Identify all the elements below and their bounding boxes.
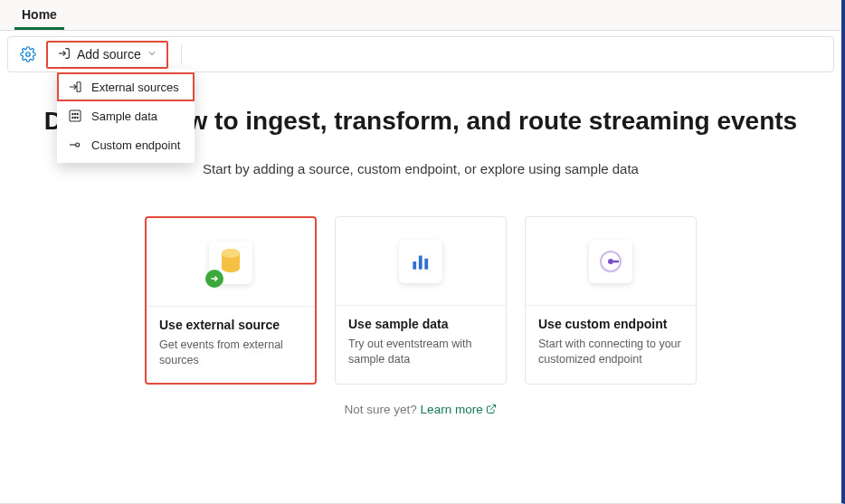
menu-item-external-sources[interactable]: External sources [57,72,195,101]
chevron-down-icon [147,47,157,62]
learn-more-label: Learn more [421,403,483,416]
svg-point-7 [74,117,75,118]
toolbar-divider [181,44,182,64]
footer-help: Not sure yet? Learn more [0,403,841,416]
svg-rect-1 [77,82,81,92]
footer-prompt: Not sure yet? [345,403,421,416]
menu-item-label: Custom endpoint [91,138,180,152]
database-icon [209,241,252,284]
svg-point-8 [77,117,78,118]
svg-point-9 [76,143,80,147]
card-description: Try out eventstream with sample data [348,337,493,367]
svg-point-5 [77,113,78,114]
bar-chart-icon [399,240,442,283]
card-title: Use custom endpoint [538,317,683,331]
card-title: Use sample data [348,317,493,331]
svg-rect-2 [70,110,81,121]
svg-point-6 [72,117,73,118]
add-source-label: Add source [77,47,141,62]
tab-strip: Home [0,0,841,31]
menu-item-sample-data[interactable]: Sample data [57,101,195,130]
svg-rect-14 [424,258,428,269]
card-icon-area [336,217,506,306]
card-description: Start with connecting to your customized… [538,337,683,367]
toolbar: Add source [7,36,834,72]
learn-more-link[interactable]: Learn more [421,403,498,416]
card-icon-area [526,217,696,306]
add-source-button[interactable]: Add source [46,41,168,69]
card-title: Use external source [159,318,302,332]
custom-endpoint-icon [68,138,82,152]
endpoint-icon [589,240,632,283]
svg-point-3 [72,113,73,114]
sample-data-icon [68,109,82,123]
enter-icon [57,46,71,63]
card-row: Use external source Get events from exte… [0,216,841,385]
menu-item-custom-endpoint[interactable]: Custom endpoint [57,130,195,159]
gear-icon[interactable] [17,43,39,65]
card-use-custom-endpoint[interactable]: Use custom endpoint Start with connectin… [525,216,697,385]
arrow-badge-icon [205,270,223,288]
external-link-icon [486,403,497,416]
svg-point-11 [222,249,240,258]
card-use-sample-data[interactable]: Use sample data Try out eventstream with… [335,216,507,385]
svg-rect-12 [413,262,416,270]
svg-point-0 [26,52,31,57]
card-icon-area [147,218,315,307]
external-sources-icon [68,80,82,94]
svg-point-4 [74,113,75,114]
page-subheading: Start by adding a source, custom endpoin… [0,161,841,176]
add-source-menu: External sources Sample data Custom endp… [57,69,195,163]
card-use-external-source[interactable]: Use external source Get events from exte… [145,216,317,385]
card-description: Get events from external sources [159,338,302,368]
menu-item-label: External sources [91,81,179,94]
tab-home[interactable]: Home [14,0,64,30]
svg-rect-13 [419,255,422,269]
menu-item-label: Sample data [91,109,157,123]
svg-point-16 [608,259,613,264]
